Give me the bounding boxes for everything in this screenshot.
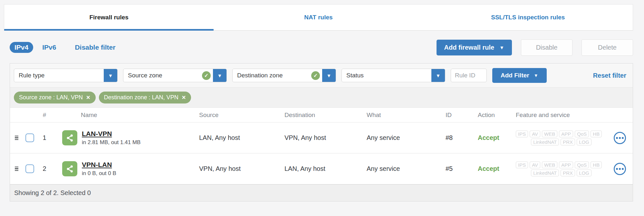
badge-web: WEB [542,131,557,137]
ipv6-toggle[interactable]: IPv6 [42,44,56,51]
column-header-action: Action [470,112,510,119]
row-checkbox[interactable] [25,133,34,142]
column-header-what: What [365,112,446,119]
table-row: 1 LAN-VPN in 2.81 MB, out 1.41 MB LAN, A… [10,123,633,153]
destination-zone-dropdown[interactable]: Destination zone ✓ ▼ [232,69,336,82]
column-header-source: Source [197,112,283,119]
rule-what: Any service [365,165,446,172]
disable-button[interactable]: Disable [521,39,572,56]
badge-linkednat: LinkedNAT [531,170,559,176]
table-row: 2 VPN-LAN in 0 B, out 0 B VPN, Any host … [10,153,633,184]
rule-name-link[interactable]: VPN-LAN [82,161,116,169]
row-checkbox[interactable] [25,164,34,173]
toolbar-actions: Add firewall rule ▼ Disable Delete [437,39,633,56]
badge-av: AV [530,131,540,137]
rule-id: #8 [446,134,470,142]
table-header: # Name Source Destination What ID Action… [10,108,633,123]
rule-destination: VPN, Any host [283,134,365,142]
share-network-icon[interactable] [62,130,77,145]
badge-log: LOG [577,139,591,145]
column-header-id: ID [446,112,470,119]
badge-prx: PRX [561,170,575,176]
column-header-num: # [36,112,53,119]
rule-traffic: in 0 B, out 0 B [82,170,116,177]
row-number: 1 [36,134,53,142]
badge-hb: HB [591,131,602,137]
disable-filter-link[interactable]: Disable filter [75,44,115,51]
filter-chip-label: Destination zone : LAN, VPN [104,94,178,101]
toolbar: IPv4 IPv6 Disable filter Add firewall ru… [10,38,633,57]
row-number: 2 [36,165,53,172]
badge-app: APP [559,131,573,137]
delete-button[interactable]: Delete [582,39,633,56]
chevron-down-icon: ▼ [499,45,504,50]
tab-ssl-tls-inspection-rules[interactable]: SSL/TLS inspection rules [423,5,633,30]
close-icon[interactable]: ✕ [86,94,90,101]
add-firewall-rule-label: Add firewall rule [444,44,495,51]
chevron-down-icon: ▼ [534,73,538,78]
feature-badges: IPS AV WEB APP QoS HB LinkedNAT PRX LOG [516,131,607,145]
badge-ips: IPS [516,162,528,168]
check-circle-icon: ✓ [202,71,211,80]
badge-av: AV [530,162,540,168]
active-filter-chips: Source zone : LAN, VPN ✕ Destination zon… [10,88,633,108]
add-filter-label: Add Filter [501,72,529,79]
chevron-down-icon[interactable]: ▼ [213,69,226,82]
filter-chip-destination-zone: Destination zone : LAN, VPN ✕ [99,92,191,103]
rule-what: Any service [365,134,446,142]
chevron-down-icon[interactable]: ▼ [104,69,117,82]
filter-chip-source-zone: Source zone : LAN, VPN ✕ [14,92,96,103]
row-menu-ellipsis-icon[interactable] [614,132,626,144]
badge-qos: QoS [575,162,589,168]
close-icon[interactable]: ✕ [182,94,186,101]
rule-type-dropdown[interactable]: Rule type ▼ [14,69,118,82]
rule-source: VPN, Any host [197,165,283,172]
column-header-feature: Feature and service [510,112,607,119]
firewall-rules-panel: Rule type ▼ Source zone ✓ ▼ Destination … [10,63,633,201]
badge-hb: HB [591,162,602,168]
add-filter-button[interactable]: Add Filter ▼ [492,68,547,83]
add-firewall-rule-button[interactable]: Add firewall rule ▼ [437,40,512,55]
filter-bar: Rule type ▼ Source zone ✓ ▼ Destination … [10,64,633,88]
badge-app: APP [559,162,573,168]
rule-source: LAN, Any host [197,134,283,142]
badge-linkednat: LinkedNAT [531,139,559,145]
table-footer: Showing 2 of 2. Selected 0 [10,184,633,201]
rule-action: Accept [478,165,499,172]
rule-action: Accept [478,134,499,141]
showing-status-text: Showing 2 of 2. Selected 0 [14,189,91,197]
status-dropdown-label: Status [342,72,431,79]
column-header-name: Name [53,112,197,119]
share-network-icon[interactable] [62,161,77,176]
column-header-destination: Destination [283,112,365,119]
chevron-down-icon[interactable]: ▼ [431,69,445,82]
rule-id-input[interactable] [451,69,487,82]
rule-name-link[interactable]: LAN-VPN [82,130,140,138]
badge-web: WEB [542,162,557,168]
drag-handle-icon[interactable] [15,167,18,171]
ipv4-toggle[interactable]: IPv4 [10,42,33,53]
badge-qos: QoS [575,131,589,137]
filter-chip-label: Source zone : LAN, VPN [19,94,83,101]
tab-firewall-rules[interactable]: Firewall rules [4,5,214,30]
badge-prx: PRX [561,139,575,145]
badge-log: LOG [577,170,591,176]
row-menu-ellipsis-icon[interactable] [614,163,626,175]
chevron-down-icon[interactable]: ▼ [322,69,336,82]
tab-nat-rules[interactable]: NAT rules [214,5,423,30]
badge-ips: IPS [516,131,528,137]
drag-handle-icon[interactable] [15,136,18,140]
rule-id: #5 [446,165,470,172]
reset-filter-link[interactable]: Reset filter [593,72,626,79]
status-dropdown[interactable]: Status ▼ [341,69,445,82]
tab-bar: Firewall rules NAT rules SSL/TLS inspect… [4,4,633,31]
source-zone-dropdown-label: Source zone [123,72,202,79]
check-circle-icon: ✓ [311,71,320,80]
rule-traffic: in 2.81 MB, out 1.41 MB [82,139,140,146]
rule-destination: LAN, Any host [283,165,365,172]
destination-zone-dropdown-label: Destination zone [233,72,311,79]
feature-badges: IPS AV WEB APP QoS HB LinkedNAT PRX LOG [516,162,607,176]
source-zone-dropdown[interactable]: Source zone ✓ ▼ [123,69,227,82]
rule-type-dropdown-label: Rule type [14,72,104,79]
